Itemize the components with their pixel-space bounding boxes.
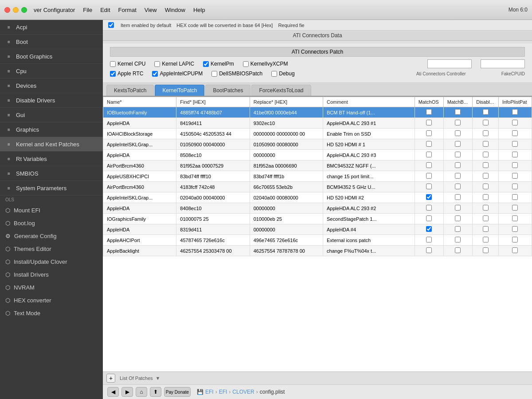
col-header-matchos: MatchOS <box>415 97 443 107</box>
sidebar-item-devices[interactable]: ≡ Devices <box>0 78 103 93</box>
table-row[interactable]: AppleBacklight46257554 25303478 00462575… <box>103 246 532 256</box>
sidebar-item-acpi[interactable]: ≡ Acpi <box>0 20 103 35</box>
sidebar-item-install-drivers[interactable]: ⬡ Install Drivers <box>0 268 103 281</box>
table-cell: 46257554 78787878 00 <box>250 246 323 256</box>
breadcrumb-forward-button[interactable]: ▶ <box>121 387 133 397</box>
col-header-disab: Disabl... <box>473 97 499 107</box>
sidebar-item-cpu[interactable]: ≡ Cpu <box>0 64 103 78</box>
table-cell: HD 520 HDMI #2 <box>323 192 415 203</box>
sidebar-item-themes-editor[interactable]: ⬡ Themes Editor <box>0 243 103 255</box>
table-row[interactable]: IOBluetoothFamily4885ff74 47488b0741be0f… <box>103 107 532 118</box>
table-cell-check-info <box>498 214 532 224</box>
table-cell-check-info <box>498 160 532 171</box>
add-patch-button[interactable]: + <box>106 374 115 383</box>
sidebar-item-nvram[interactable]: ⬡ NVRAM <box>0 281 103 294</box>
table-row[interactable]: AppleHDA8508ec1000000000AppleHDA ALC 293… <box>103 150 532 160</box>
table-row[interactable]: AppleHDA8408ec1000000000AppleHDA ALC 293… <box>103 203 532 214</box>
sidebar-label-rt-variables: Rt Variables <box>16 156 47 162</box>
menu-app[interactable]: ver Configurator <box>34 7 75 13</box>
breadcrumb-efi-1[interactable]: EFI <box>205 389 214 395</box>
table-cell-check-matchb <box>443 192 473 203</box>
table-row[interactable]: AppleUSBXHCIPCI83bd74ff ffff1083bd74ff f… <box>103 171 532 182</box>
sidebar-item-graphics[interactable]: ≡ Graphics <box>0 122 103 137</box>
sidebar-item-system-parameters[interactable]: ≡ System Parameters <box>0 181 103 196</box>
checkbox-debug: Debug <box>271 70 294 77</box>
close-button[interactable] <box>4 7 10 13</box>
breadcrumb-back-button[interactable]: ◀ <box>107 387 119 397</box>
hex-converter-icon: ⬡ <box>5 297 10 304</box>
menu-file[interactable]: File <box>83 7 92 13</box>
sidebar-item-boot-log[interactable]: ⬡ Boot.log <box>0 217 103 230</box>
breadcrumb-efi-2[interactable]: EFI <box>219 389 227 395</box>
menu-view[interactable]: View <box>145 7 157 13</box>
table-row[interactable]: IOGraphicsFamily01000075 25010000eb 25Se… <box>103 214 532 224</box>
table-cell: 8408ec10 <box>176 203 250 214</box>
tab-kexts-to-patch[interactable]: KextsToPatch <box>106 85 154 96</box>
table-cell-check-info <box>498 118 532 129</box>
table-row[interactable]: AppleAHCIPort45787465 726e616c496e7465 7… <box>103 235 532 246</box>
table-cell: IOGraphicsFamily <box>103 214 176 224</box>
menu-edit[interactable]: Edit <box>100 7 110 13</box>
table-cell: Enable Trim on SSD <box>323 129 415 139</box>
menu-window[interactable]: Window <box>165 7 185 13</box>
table-cell-check-disab <box>473 129 499 139</box>
list-icon: ≡ <box>5 111 12 118</box>
col-header-find: Find* [HEX] <box>176 97 250 107</box>
table-cell-check-matchos <box>415 203 443 214</box>
tab-boot-patches[interactable]: BootPatches <box>205 85 250 96</box>
ati-patch-header: ATI Connectors Patch <box>110 47 525 57</box>
breadcrumb-donate-button[interactable]: Pay Donate <box>164 387 191 397</box>
table-row[interactable]: AppleHDA8319d41100000000AppleHDA #4 <box>103 224 532 235</box>
title-bar: ver Configurator File Edit Format View W… <box>0 0 532 20</box>
table-cell-check-disab <box>473 150 499 160</box>
table-row[interactable]: AirPortBrcm436081f952aa 0000752981f952aa… <box>103 160 532 171</box>
table-row[interactable]: AirPortBrcm43604183fcff 742c4866c70655 5… <box>103 182 532 192</box>
table-cell: AirPortBrcm4360 <box>103 160 176 171</box>
menu-format[interactable]: Format <box>118 7 137 13</box>
table-cell-check-disab <box>473 246 499 256</box>
sidebar-item-generate-config[interactable]: ⚙ Generate Config <box>0 230 103 243</box>
table-cell-check-disab <box>473 107 499 118</box>
menu-help[interactable]: Help <box>193 7 205 13</box>
table-cell: BCM BT Hand-off (1... <box>323 107 415 118</box>
breadcrumb-home-button[interactable]: ⌂ <box>136 387 147 397</box>
table-cell-check-disab <box>473 118 499 129</box>
table-row[interactable]: AppleIntelSKLGrap...01050900 00040000010… <box>103 139 532 150</box>
table-row[interactable]: IOAHCIBlockStorage4150504c 45205353 4400… <box>103 129 532 139</box>
patches-table: Name* Find* [HEX] Replace* [HEX] Comment… <box>103 97 532 256</box>
sidebar-item-install-update-clover[interactable]: ⬡ Install/Update Clover <box>0 255 103 268</box>
sidebar-item-smbios[interactable]: ≡ SMBIOS <box>0 166 103 181</box>
table-cell: 02040a00 00080000 <box>250 192 323 203</box>
table-row[interactable]: AppleIntelSKLGrap...02040a00 00040000020… <box>103 192 532 203</box>
item-enabled-checkbox[interactable] <box>108 22 114 28</box>
sidebar-item-mount-efi[interactable]: ⬡ Mount EFI <box>0 204 103 217</box>
sidebar-item-boot[interactable]: ≡ Boot <box>0 35 103 49</box>
table-cell: 01050900 00040000 <box>176 139 250 150</box>
table-cell-check-matchb <box>443 160 473 171</box>
table-cell: 8508ec10 <box>176 150 250 160</box>
sidebar-item-hex-converter[interactable]: ⬡ HEX converter <box>0 294 103 307</box>
table-cell: IOAHCIBlockStorage <box>103 129 176 139</box>
tab-kernel-to-patch[interactable]: KernelToPatch <box>155 85 204 96</box>
sidebar-item-gui[interactable]: ≡ Gui <box>0 108 103 122</box>
table-cell: 01050900 00080000 <box>250 139 323 150</box>
table-cell: BMC94532Z NGFF (... <box>323 160 415 171</box>
sidebar-item-rt-variables[interactable]: ≡ Rt Variables <box>0 152 103 166</box>
table-cell: AppleBacklight <box>103 246 176 256</box>
checkbox-kernelIvyXCPM: KernelIvyXCPM <box>243 61 288 67</box>
table-cell: 00000000 00000000 00 <box>250 129 323 139</box>
maximize-button[interactable] <box>21 7 27 13</box>
tab-force-kexts-to-load[interactable]: ForceKextsToLoad <box>251 85 311 96</box>
sidebar-item-disable-drivers[interactable]: ≡ Disable Drivers <box>0 93 103 108</box>
sidebar-item-kernel-kext[interactable]: ≡ Kernel and Kext Patches <box>0 137 103 152</box>
install-clover-icon: ⬡ <box>5 258 10 265</box>
table-cell: AppleAHCIPort <box>103 235 176 246</box>
table-cell-check-disab <box>473 214 499 224</box>
breadcrumb-share-button[interactable]: ⬆ <box>150 387 161 397</box>
table-cell-check-disab <box>473 160 499 171</box>
sidebar-item-boot-graphics[interactable]: ≡ Boot Graphics <box>0 49 103 64</box>
table-row[interactable]: AppleHDA8419d4119302ec10AppleHDA ALC 293… <box>103 118 532 129</box>
minimize-button[interactable] <box>13 7 19 13</box>
sidebar-item-text-mode[interactable]: ⬡ Text Mode <box>0 307 103 320</box>
breadcrumb-clover[interactable]: CLOVER <box>232 389 254 395</box>
